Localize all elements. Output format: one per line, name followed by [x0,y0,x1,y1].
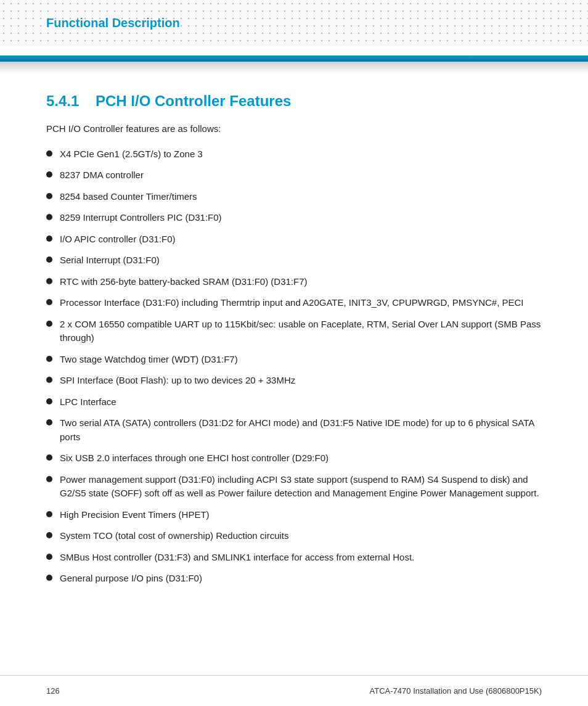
bullet-icon [46,299,52,305]
bullet-text: System TCO (total cost of ownership) Red… [60,529,542,543]
bullet-icon [46,554,52,560]
bullet-icon [46,214,52,220]
header-title-bar: Functional Description [0,0,588,46]
bullet-text: Six USB 2.0 interfaces through one EHCI … [60,451,542,466]
bullet-text: Power management support (D31:F0) includ… [60,473,542,501]
bullet-text: I/O APIC controller (D31:F0) [60,232,542,247]
bullet-text: SMBus Host controller (D31:F3) and SMLIN… [60,551,542,565]
bullet-icon [46,236,52,242]
bullet-text: X4 PCIe Gen1 (2.5GT/s) to Zone 3 [60,147,542,162]
bullet-text: Serial Interrupt (D31:F0) [60,253,542,268]
bullet-icon [46,150,52,157]
list-item: Power management support (D31:F0) includ… [46,473,542,501]
bullet-text: General purpose I/O pins (D31:F0) [60,572,542,586]
list-item: RTC with 256-byte battery-backed SRAM (D… [46,275,542,289]
list-item: X4 PCIe Gen1 (2.5GT/s) to Zone 3 [46,147,542,162]
bullet-icon [46,476,52,482]
list-item: High Precision Event Timers (HPET) [46,508,542,522]
list-item: System TCO (total cost of ownership) Red… [46,529,542,543]
list-item: Two serial ATA (SATA) controllers (D31:D… [46,416,542,444]
list-item: General purpose I/O pins (D31:F0) [46,572,542,586]
section-title: PCH I/O Controller Features [96,92,291,110]
bullet-text: LPC Interface [60,395,542,409]
feature-list: X4 PCIe Gen1 (2.5GT/s) to Zone 38237 DMA… [46,147,542,586]
section-number: 5.4.1 [46,92,83,110]
gray-stripe [0,62,588,74]
bullet-text: Two serial ATA (SATA) controllers (D31:D… [60,416,542,444]
bullet-icon [46,171,52,178]
page-title: Functional Description [46,16,180,30]
blue-accent-bar [0,55,588,62]
list-item: LPC Interface [46,395,542,409]
list-item: Two stage Watchdog timer (WDT) (D31:F7) [46,353,542,367]
section-intro: PCH I/O Controller features are as follo… [46,122,542,136]
bullet-icon [46,193,52,199]
bullet-text: High Precision Event Timers (HPET) [60,508,542,522]
header: Functional Description [0,0,588,55]
list-item: Six USB 2.0 interfaces through one EHCI … [46,451,542,466]
bullet-text: SPI Interface (Boot Flash): up to two de… [60,374,542,388]
bullet-icon [46,532,52,538]
footer-page-number: 126 [46,686,60,696]
bullet-text: Two stage Watchdog timer (WDT) (D31:F7) [60,353,542,367]
bullet-icon [46,575,52,581]
list-item: 2 x COM 16550 compatible UART up to 115K… [46,318,542,345]
footer-doc-title: ATCA-7470 Installation and Use (6806800P… [370,686,542,696]
section-heading: 5.4.1 PCH I/O Controller Features [46,92,542,110]
bullet-text: 8237 DMA controller [60,168,542,183]
bullet-text: 8254 based Counter Timer/timers [60,190,542,204]
bullet-icon [46,398,52,404]
bullet-icon [46,419,52,425]
list-item: 8237 DMA controller [46,168,542,183]
bullet-icon [46,321,52,327]
bullet-icon [46,511,52,517]
list-item: SMBus Host controller (D31:F3) and SMLIN… [46,551,542,565]
main-content: 5.4.1 PCH I/O Controller Features PCH I/… [0,74,588,642]
bullet-text: RTC with 256-byte battery-backed SRAM (D… [60,275,542,289]
list-item: 8254 based Counter Timer/timers [46,190,542,204]
bullet-text: 2 x COM 16550 compatible UART up to 115K… [60,318,542,345]
list-item: 8259 Interrupt Controllers PIC (D31:F0) [46,211,542,225]
bullet-text: Processor Interface (D31:F0) including T… [60,296,542,310]
page-footer: 126 ATCA-7470 Installation and Use (6806… [0,675,588,706]
list-item: Serial Interrupt (D31:F0) [46,253,542,268]
list-item: Processor Interface (D31:F0) including T… [46,296,542,310]
bullet-text: 8259 Interrupt Controllers PIC (D31:F0) [60,211,542,225]
bullet-icon [46,278,52,284]
list-item: SPI Interface (Boot Flash): up to two de… [46,374,542,388]
bullet-icon [46,257,52,263]
bullet-icon [46,377,52,383]
bullet-icon [46,356,52,362]
bullet-icon [46,454,52,461]
list-item: I/O APIC controller (D31:F0) [46,232,542,247]
